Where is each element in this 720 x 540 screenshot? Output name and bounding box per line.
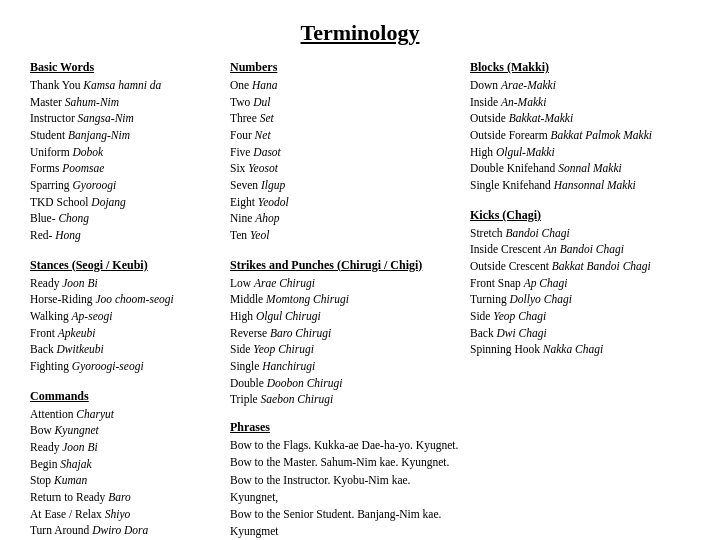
list-item: Ready Joon Bi	[30, 439, 220, 456]
list-item: Reverse Baro Chirugi	[230, 325, 460, 342]
commands-list: Attention CharyutBow KyungnetReady Joon …	[30, 406, 220, 540]
list-item: Uniform Dobok	[30, 144, 220, 161]
list-item: Return to Ready Baro	[30, 489, 220, 506]
list-item: Sparring Gyoroogi	[30, 177, 220, 194]
list-item: Bow to the Senior Student. Banjang-Nim k…	[230, 506, 460, 540]
list-item: Bow Kyungnet	[30, 422, 220, 439]
list-item: Down Arae-Makki	[470, 77, 690, 94]
list-item: Outside Bakkat-Makki	[470, 110, 690, 127]
list-item: Forms Poomsae	[30, 160, 220, 177]
list-item: Two Dul	[230, 94, 460, 111]
list-item: Single Knifehand Hansonnal Makki	[470, 177, 690, 194]
list-item: High Olgul-Makki	[470, 144, 690, 161]
basic-words-list: Thank You Kamsa hamni daMaster Sahum-Nim…	[30, 77, 220, 244]
list-item: Turning Dollyo Chagi	[470, 291, 690, 308]
list-item: Double Doobon Chirugi	[230, 375, 460, 392]
strikes-list: Low Arae ChirugiMiddle Momtong ChirugiHi…	[230, 275, 460, 408]
list-item: Side Yeop Chagi	[470, 308, 690, 325]
list-item: Fighting Gyoroogi-seogi	[30, 358, 220, 375]
list-item: Three Set	[230, 110, 460, 127]
list-item: Attention Charyut	[30, 406, 220, 423]
kicks-list: Stretch Bandoi ChagiInside Crescent An B…	[470, 225, 690, 358]
list-item: Ready Joon Bi	[30, 275, 220, 292]
list-item: Blue- Chong	[30, 210, 220, 227]
list-item: Bow to the Instructor. Kyobu-Nim kae. Ky…	[230, 472, 460, 507]
kicks-title: Kicks (Chagi)	[470, 208, 690, 223]
list-item: At Ease / Relax Shiyo	[30, 506, 220, 523]
left-column: Basic Words Thank You Kamsa hamni daMast…	[30, 60, 230, 540]
list-item: Bow to the Master. Sahum-Nim kae. Kyungn…	[230, 454, 460, 471]
list-item: Four Net	[230, 127, 460, 144]
list-item: Front Apkeubi	[30, 325, 220, 342]
list-item: Outside Forearm Bakkat Palmok Makki	[470, 127, 690, 144]
list-item: Side Yeop Chirugi	[230, 341, 460, 358]
strikes-title: Strikes and Punches (Chirugi / Chigi)	[230, 258, 460, 273]
list-item: Walking Ap-seogi	[30, 308, 220, 325]
list-item: Double Knifehand Sonnal Makki	[470, 160, 690, 177]
list-item: Begin Shajak	[30, 456, 220, 473]
list-item: Six Yeosot	[230, 160, 460, 177]
list-item: Red- Hong	[30, 227, 220, 244]
phrases-list: Bow to the Flags. Kukka-ae Dae-ha-yo. Ky…	[230, 437, 460, 540]
list-item: Triple Saebon Chirugi	[230, 391, 460, 408]
list-item: Spinning Hook Nakka Chagi	[470, 341, 690, 358]
list-item: High Olgul Chirugi	[230, 308, 460, 325]
list-item: TKD School Dojang	[30, 194, 220, 211]
list-item: Horse-Riding Joo choom-seogi	[30, 291, 220, 308]
list-item: Instructor Sangsa-Nim	[30, 110, 220, 127]
stances-list: Ready Joon BiHorse-Riding Joo choom-seog…	[30, 275, 220, 375]
stances-title: Stances (Seogi / Keubi)	[30, 258, 220, 273]
list-item: Inside Crescent An Bandoi Chagi	[470, 241, 690, 258]
blocks-list: Down Arae-MakkiInside An-MakkiOutside Ba…	[470, 77, 690, 194]
page-title: Terminology	[30, 20, 690, 46]
numbers-title: Numbers	[230, 60, 460, 75]
list-item: Single Hanchirugi	[230, 358, 460, 375]
right-column: Blocks (Makki) Down Arae-MakkiInside An-…	[470, 60, 690, 358]
list-item: Eight Yeodol	[230, 194, 460, 211]
list-item: Stop Kuman	[30, 472, 220, 489]
list-item: Stretch Bandoi Chagi	[470, 225, 690, 242]
mid-column: Numbers One HanaTwo DulThree SetFour Net…	[230, 60, 470, 540]
list-item: Nine Ahop	[230, 210, 460, 227]
numbers-list: One HanaTwo DulThree SetFour NetFive Das…	[230, 77, 460, 244]
list-item: Back Dwi Chagi	[470, 325, 690, 342]
list-item: Inside An-Makki	[470, 94, 690, 111]
phrases-title: Phrases	[230, 420, 460, 435]
list-item: Thank You Kamsa hamni da	[30, 77, 220, 94]
list-item: Turn Around Dwiro Dora	[30, 522, 220, 539]
list-item: Outside Crescent Bakkat Bandoi Chagi	[470, 258, 690, 275]
list-item: Student Banjang-Nim	[30, 127, 220, 144]
list-item: Low Arae Chirugi	[230, 275, 460, 292]
basic-words-title: Basic Words	[30, 60, 220, 75]
list-item: Middle Momtong Chirugi	[230, 291, 460, 308]
list-item: Master Sahum-Nim	[30, 94, 220, 111]
list-item: Five Dasot	[230, 144, 460, 161]
list-item: Bow to the Flags. Kukka-ae Dae-ha-yo. Ky…	[230, 437, 460, 454]
list-item: One Hana	[230, 77, 460, 94]
list-item: Ten Yeol	[230, 227, 460, 244]
blocks-title: Blocks (Makki)	[470, 60, 690, 75]
commands-title: Commands	[30, 389, 220, 404]
list-item: Front Snap Ap Chagi	[470, 275, 690, 292]
list-item: Back Dwitkeubi	[30, 341, 220, 358]
list-item: Seven Ilgup	[230, 177, 460, 194]
